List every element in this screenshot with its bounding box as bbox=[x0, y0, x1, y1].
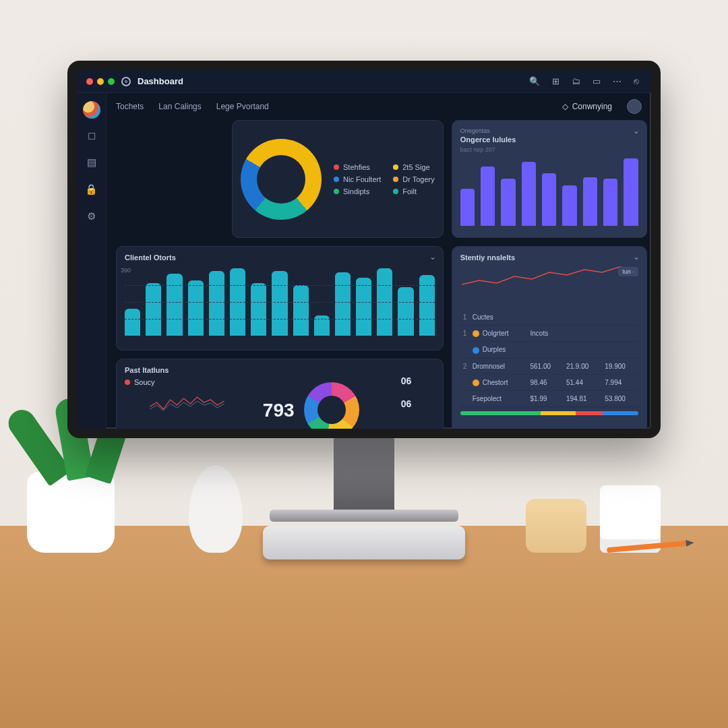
legend-item: 2t5 Sige bbox=[393, 163, 434, 171]
progress-segment bbox=[576, 411, 603, 415]
tag-icon: ◇ bbox=[562, 102, 568, 111]
teal-bar-chart: 390 bbox=[125, 268, 435, 336]
avatar[interactable] bbox=[83, 101, 100, 119]
donut-legend: Stehfies2t5 SigeNic FoultertDr TogerySin… bbox=[334, 163, 435, 195]
lock-icon[interactable]: 🔒 bbox=[81, 179, 102, 200]
stats-title: Stentiy nnslelts bbox=[460, 253, 638, 262]
teal-bar-card: ⌄ Clientel Otorts 390 bbox=[116, 246, 444, 351]
purple-bar-chart bbox=[460, 158, 638, 226]
briefcase-icon[interactable]: 🗂 bbox=[569, 74, 583, 88]
table-row: 1OolgrtertIncots bbox=[460, 326, 638, 342]
progress-segment bbox=[603, 411, 638, 415]
close-icon[interactable] bbox=[86, 78, 93, 85]
expand-icon[interactable]: ⌄ bbox=[429, 252, 436, 262]
inbox-icon[interactable]: ▤ bbox=[83, 152, 100, 173]
user-icon[interactable]: ◻ bbox=[84, 125, 100, 146]
dot-icon bbox=[334, 189, 339, 194]
stats-badge[interactable]: Iun · bbox=[618, 267, 638, 276]
table-row: Chestort98.4651.447.994 bbox=[460, 374, 638, 390]
bar bbox=[562, 185, 576, 226]
swatch-icon bbox=[473, 330, 479, 337]
table-row: Durples bbox=[460, 342, 638, 358]
swatch-icon bbox=[473, 380, 479, 386]
donut-chart bbox=[241, 139, 322, 220]
legend-item: Stehfies bbox=[334, 163, 381, 171]
dot-icon bbox=[334, 164, 339, 170]
bar bbox=[603, 179, 617, 226]
legend-item: Foilt bbox=[393, 187, 434, 195]
window-controls[interactable] bbox=[86, 78, 115, 85]
bar bbox=[125, 309, 140, 336]
top-right-link[interactable]: ◇ Conwnying bbox=[562, 102, 612, 111]
nav-rail: ◻ ▤ 🔒 ⚙ bbox=[77, 93, 107, 429]
bar bbox=[251, 283, 266, 336]
legend-item: Dr Togery bbox=[393, 175, 434, 183]
expand-icon[interactable]: ⌄ bbox=[633, 126, 640, 135]
app-title: Dashboard bbox=[138, 76, 183, 86]
ratios-big-number-2: 06 bbox=[401, 398, 412, 409]
legend-item: Nic Foultert bbox=[334, 175, 381, 183]
bar bbox=[398, 287, 413, 336]
bar bbox=[293, 285, 309, 336]
bar bbox=[583, 177, 597, 226]
dot-icon bbox=[393, 177, 398, 182]
dot-icon bbox=[334, 177, 339, 182]
tab-2[interactable]: Lege Pvortand bbox=[216, 102, 269, 111]
bar bbox=[146, 283, 161, 336]
ratios-ring-chart bbox=[304, 382, 359, 429]
bar bbox=[419, 275, 435, 336]
bar bbox=[166, 274, 182, 336]
profile-chip[interactable] bbox=[627, 99, 642, 114]
tab-0[interactable]: Tochets bbox=[116, 102, 144, 111]
dot-icon bbox=[393, 189, 398, 194]
tab-1[interactable]: Lan Calings bbox=[158, 102, 201, 111]
bar bbox=[542, 173, 556, 226]
legend-label: Stehfies bbox=[343, 163, 370, 171]
swatch-icon bbox=[473, 347, 479, 354]
donut-card: Stehfies2t5 SigeNic FoultertDr TogerySin… bbox=[232, 120, 444, 238]
table-row: 2Dromnosel561.0021.9.0019.900 bbox=[460, 358, 638, 374]
expand-icon[interactable]: ⌄ bbox=[633, 252, 640, 262]
bar bbox=[335, 272, 351, 336]
dot-icon bbox=[393, 164, 398, 170]
search-icon[interactable]: 🔍 bbox=[526, 74, 543, 88]
more-icon[interactable]: ⋯ bbox=[610, 74, 624, 88]
apps-icon[interactable]: ⊞ bbox=[549, 74, 562, 88]
purple-subtitle: bact nep 207 bbox=[460, 146, 638, 153]
minimize-icon[interactable] bbox=[97, 78, 104, 85]
maximize-icon[interactable] bbox=[108, 78, 115, 85]
ratios-pct-1: 06 bbox=[401, 375, 412, 386]
app-logo-icon bbox=[121, 77, 131, 86]
legend-label: Foilt bbox=[402, 187, 417, 195]
top-tabs: Tochets Lan Calings Lege Pvortand ◇ Conw… bbox=[116, 93, 642, 120]
bar bbox=[624, 158, 638, 226]
power-icon[interactable]: ⎋ bbox=[631, 74, 642, 88]
bar bbox=[272, 271, 287, 336]
avatar-face-icon bbox=[265, 163, 297, 195]
ratios-label: Soucy bbox=[134, 378, 155, 386]
bar bbox=[501, 179, 515, 226]
ratios-card: Past Itatluns Soucy bbox=[116, 359, 444, 429]
teal-title: Clientel Otorts bbox=[125, 253, 435, 262]
legend-label: Sindipts bbox=[343, 187, 369, 195]
top-right-link-label: Conwnying bbox=[572, 102, 612, 111]
purple-bar-card: ⌄ Onegentas Ongerce lulules bact nep 207 bbox=[452, 120, 647, 238]
bar bbox=[356, 278, 371, 336]
bar bbox=[522, 162, 536, 226]
y-axis-label: 390 bbox=[121, 267, 131, 274]
stats-progress bbox=[460, 411, 638, 415]
table-row: Fsepolect$1.99194.8153.800 bbox=[460, 391, 638, 407]
gear-icon[interactable]: ⚙ bbox=[83, 206, 100, 226]
progress-segment bbox=[541, 411, 576, 415]
card-icon[interactable]: ▭ bbox=[590, 74, 603, 88]
purple-title: Ongerce lulules bbox=[460, 135, 638, 144]
dot-icon bbox=[125, 380, 130, 385]
bar bbox=[188, 280, 204, 336]
stats-card: ⌄ Stentiy nnslelts Iun · 1Cuctes1Oolgrte… bbox=[452, 246, 647, 429]
legend-label: Nic Foultert bbox=[343, 175, 381, 183]
legend-item: Sindipts bbox=[334, 187, 381, 195]
window-titlebar: Dashboard 🔍 ⊞ 🗂 ▭ ⋯ ⎋ bbox=[77, 70, 651, 93]
stats-sparkline bbox=[460, 264, 638, 291]
ratios-title: Past Itatluns bbox=[125, 366, 256, 374]
bar bbox=[209, 271, 224, 336]
